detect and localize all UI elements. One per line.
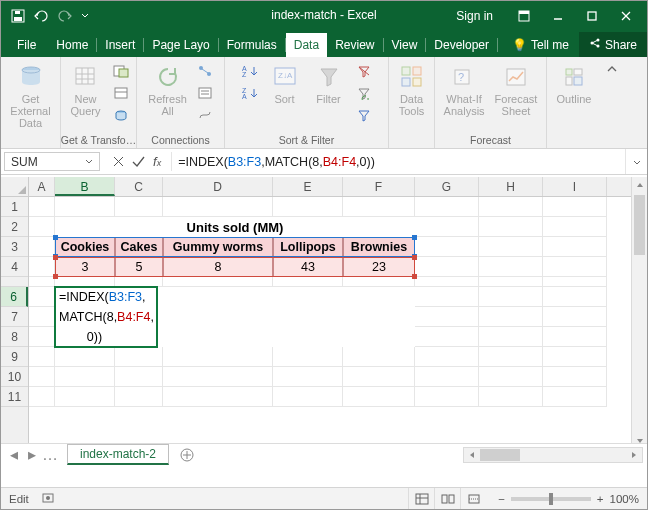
enter-formula-icon[interactable] [132, 153, 145, 171]
spreadsheet-grid[interactable]: A B C D E F G H I 1234 67891011 Units so… [1, 177, 647, 465]
what-if-button[interactable]: ? What-If Analysis [442, 61, 487, 119]
group-forecast: Forecast [470, 134, 511, 146]
sort-az-icon[interactable]: AZ [240, 61, 260, 81]
svg-rect-48 [566, 77, 572, 85]
row-headers[interactable]: 1234 67891011 [1, 197, 29, 449]
view-normal-icon[interactable] [408, 488, 434, 510]
col-header: Cookies [55, 237, 115, 257]
save-icon[interactable] [11, 9, 25, 23]
svg-rect-40 [413, 67, 421, 75]
tab-formulas[interactable]: Formulas [219, 33, 285, 57]
vertical-scrollbar[interactable] [631, 177, 647, 449]
zoom-in-icon[interactable]: + [597, 493, 604, 505]
col-header: Brownies [343, 237, 415, 257]
ribbon: Get External Data New Query Get & Transf… [1, 57, 647, 149]
zoom-level[interactable]: 100% [610, 493, 639, 505]
scroll-right-icon[interactable] [626, 448, 642, 462]
svg-text:?: ? [458, 71, 464, 83]
add-sheet-icon[interactable] [175, 448, 199, 462]
col-header: Cakes [115, 237, 163, 257]
cancel-formula-icon[interactable] [113, 153, 124, 171]
sort-button[interactable]: Z↓A Sort [266, 61, 304, 107]
clear-filter-icon[interactable] [354, 61, 374, 81]
view-page-break-icon[interactable] [460, 488, 486, 510]
data-tools-button[interactable]: Data Tools [393, 61, 431, 119]
signin-link[interactable]: Sign in [456, 9, 493, 23]
reapply-icon[interactable] [354, 83, 374, 103]
svg-point-56 [46, 496, 50, 500]
tab-data[interactable]: Data [286, 33, 327, 57]
macro-record-icon[interactable] [41, 491, 55, 507]
name-box[interactable]: SUM [4, 152, 100, 171]
svg-rect-41 [402, 78, 410, 86]
scroll-thumb-h[interactable] [480, 449, 520, 461]
new-query-button[interactable]: New Query [67, 61, 105, 119]
svg-rect-2 [15, 11, 20, 14]
tell-me[interactable]: 💡Tell me [502, 33, 579, 57]
advanced-filter-icon[interactable] [354, 105, 374, 125]
status-bar: Edit − + 100% [1, 487, 647, 509]
edit-links-icon[interactable] [195, 105, 215, 125]
group-connections: Connections [151, 134, 209, 146]
recent-sources-icon[interactable] [111, 105, 131, 125]
get-external-data-button[interactable]: Get External Data [5, 61, 57, 131]
tab-file[interactable]: File [5, 33, 48, 57]
chevron-down-icon[interactable] [85, 155, 93, 169]
data-cell: 5 [115, 257, 163, 277]
svg-rect-1 [14, 17, 22, 21]
qat-dropdown-icon[interactable] [81, 12, 89, 20]
share-button[interactable]: Share [579, 32, 647, 57]
sheet-tab-active[interactable]: index-match-2 [67, 444, 169, 465]
svg-text:A: A [242, 93, 247, 100]
outline-button[interactable]: Outline [555, 61, 594, 107]
scroll-thumb[interactable] [634, 195, 645, 255]
close-icon[interactable] [609, 1, 643, 31]
tab-page-layout[interactable]: Page Layo [144, 33, 217, 57]
fx-icon[interactable]: fx [153, 154, 161, 169]
svg-rect-42 [413, 78, 421, 86]
tab-home[interactable]: Home [48, 33, 96, 57]
svg-rect-16 [76, 68, 94, 84]
tab-developer[interactable]: Developer [426, 33, 497, 57]
scroll-left-icon[interactable] [464, 448, 480, 462]
bulb-icon: 💡 [512, 38, 527, 52]
editing-cell[interactable]: =INDEX(B3:F3, [55, 287, 255, 307]
data-cell: 8 [163, 257, 273, 277]
select-all-triangle[interactable] [1, 177, 29, 197]
ribbon-options-icon[interactable] [507, 1, 541, 31]
share-icon [589, 37, 601, 52]
sort-dialog-icon: Z↓A [271, 63, 299, 91]
svg-rect-22 [119, 69, 128, 77]
filter-button[interactable]: Filter [310, 61, 348, 107]
undo-icon[interactable] [33, 10, 49, 22]
properties-icon[interactable] [195, 83, 215, 103]
forecast-sheet-button[interactable]: Forecast Sheet [493, 61, 540, 119]
tab-view[interactable]: View [384, 33, 426, 57]
horizontal-scrollbar[interactable] [463, 447, 643, 463]
scroll-up-icon[interactable] [632, 177, 647, 193]
zoom-out-icon[interactable]: − [498, 493, 505, 505]
sort-za-icon[interactable]: ZA [240, 83, 260, 103]
expand-formula-bar-icon[interactable] [625, 149, 647, 174]
formula-bar[interactable]: =INDEX(B3:F3,MATCH(8,B4:F4,0)) [172, 149, 625, 174]
svg-text:Z: Z [242, 71, 247, 78]
sheet-nav-ellipsis[interactable]: … [41, 444, 59, 466]
sheet-nav-prev-icon[interactable]: ◂ [5, 444, 23, 466]
zoom-slider[interactable] [511, 497, 591, 501]
maximize-icon[interactable] [575, 1, 609, 31]
sheet-nav-next-icon[interactable]: ▸ [23, 444, 41, 466]
svg-line-13 [593, 44, 597, 46]
svg-text:Z↓A: Z↓A [278, 71, 293, 80]
connections-icon[interactable] [195, 61, 215, 81]
refresh-all-button[interactable]: Refresh All [146, 61, 189, 119]
tab-review[interactable]: Review [327, 33, 382, 57]
from-table-icon[interactable] [111, 83, 131, 103]
tab-insert[interactable]: Insert [97, 33, 143, 57]
redo-icon[interactable] [57, 10, 73, 22]
collapse-ribbon-icon[interactable] [601, 57, 623, 148]
minimize-icon[interactable] [541, 1, 575, 31]
show-queries-icon[interactable] [111, 61, 131, 81]
column-headers[interactable]: A B C D E F G H I [29, 177, 631, 197]
mode-indicator: Edit [9, 493, 29, 505]
view-page-layout-icon[interactable] [434, 488, 460, 510]
